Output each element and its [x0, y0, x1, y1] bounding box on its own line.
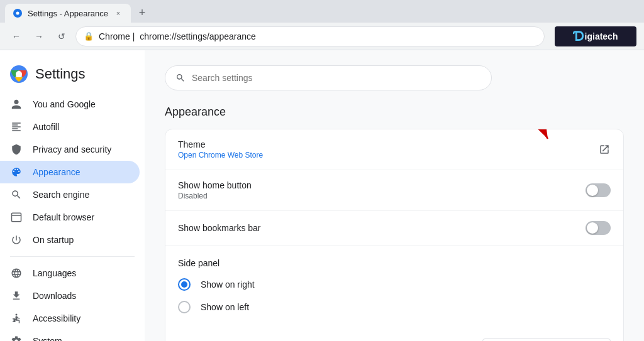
sidebar-item-privacy[interactable]: Privacy and security	[0, 138, 140, 161]
sidebar-item-you-google[interactable]: You and Google	[0, 93, 140, 116]
sidebar-item-languages[interactable]: Languages	[0, 262, 140, 284]
red-arrow-annotation	[485, 129, 560, 151]
svg-point-6	[16, 314, 18, 316]
tab-title: Settings - Appearance	[28, 9, 108, 18]
main-content: Appearance Theme Open Chrome Web Store	[145, 50, 644, 341]
accessibility-icon	[10, 312, 23, 325]
show-on-left-option[interactable]: Show on left	[178, 296, 611, 318]
home-button-left: Show home button Disabled	[178, 180, 252, 200]
settings-title: Settings	[35, 66, 86, 82]
browser-icon	[10, 211, 23, 224]
search-bar[interactable]	[165, 65, 492, 90]
show-on-right-label: Show on right	[201, 279, 255, 290]
sidebar-label-accessibility: Accessibility	[33, 313, 80, 323]
sidebar-divider	[10, 256, 135, 257]
show-on-left-label: Show on left	[201, 302, 249, 312]
address-prefix: Chrome |	[99, 31, 135, 41]
autofill-icon	[10, 121, 23, 133]
theme-subtitle[interactable]: Open Chrome Web Store	[178, 151, 263, 160]
chrome-icon	[10, 65, 28, 83]
sidebar-label-languages: Languages	[33, 268, 76, 278]
sidebar-label-privacy: Privacy and security	[33, 144, 111, 154]
person-icon	[10, 98, 23, 111]
sidebar-item-default-browser[interactable]: Default browser	[0, 206, 140, 229]
search-input[interactable]	[192, 73, 481, 83]
sidebar-item-autofill[interactable]: Autofill	[0, 116, 140, 138]
sidebar-label-autofill: Autofill	[33, 122, 59, 132]
appearance-section-title: Appearance	[165, 106, 624, 119]
theme-row-left: Theme Open Chrome Web Store	[178, 139, 263, 160]
bookmarks-bar-row: Show bookmarks bar	[165, 211, 623, 246]
tab-bar: Settings - Appearance × +	[0, 0, 644, 23]
page-content: Settings You and Google Autofill Privacy…	[0, 50, 644, 341]
forward-button[interactable]: →	[30, 28, 48, 45]
digiatech-logo: Ɗ igiatech	[555, 26, 636, 46]
theme-row: Theme Open Chrome Web Store	[165, 129, 623, 170]
back-button[interactable]: ←	[8, 28, 25, 45]
sidebar-label-appearance: Appearance	[33, 167, 80, 177]
font-size-row: Font size Medium (Recommended) ▼	[165, 328, 623, 341]
sidebar-label-system: System	[33, 336, 62, 341]
paint-icon	[10, 166, 23, 178]
home-button-toggle[interactable]	[586, 183, 611, 197]
lock-icon: 🔒	[84, 31, 94, 41]
refresh-button[interactable]: ↺	[53, 28, 70, 45]
shield-icon	[10, 143, 23, 156]
sidebar-label-default-browser: Default browser	[33, 212, 94, 222]
font-size-dropdown[interactable]: Medium (Recommended) ▼	[482, 338, 611, 341]
sidebar-item-system[interactable]: System	[0, 330, 140, 341]
svg-rect-4	[12, 213, 21, 222]
address-bar[interactable]: 🔒 Chrome | chrome://settings/appearance	[75, 26, 545, 46]
bookmarks-bar-left: Show bookmarks bar	[178, 223, 261, 233]
search-icon	[10, 188, 23, 201]
show-on-right-option[interactable]: Show on right	[178, 273, 611, 296]
bookmarks-bar-toggle[interactable]	[586, 221, 611, 235]
nav-bar: ← → ↺ 🔒 Chrome | chrome://settings/appea…	[0, 23, 644, 50]
sidebar-label-startup: On startup	[33, 235, 74, 245]
theme-external-link-icon[interactable]	[598, 143, 611, 156]
sidebar-label-you-google: You and Google	[33, 99, 96, 109]
browser-frame: Settings - Appearance × + ← → ↺ 🔒 Chrome…	[0, 0, 644, 341]
sidebar-label-search: Search engine	[33, 190, 89, 200]
logo-d-icon: Ɗ	[574, 29, 584, 44]
sidebar-item-appearance[interactable]: Appearance	[0, 161, 140, 183]
side-panel-group: Side panel Show on right Show on left	[165, 246, 623, 328]
sidebar-item-accessibility[interactable]: Accessibility	[0, 307, 140, 330]
sidebar-item-downloads[interactable]: Downloads	[0, 284, 140, 307]
logo-brand-text: igiatech	[585, 31, 618, 41]
power-icon	[10, 234, 23, 246]
globe-icon	[10, 267, 23, 279]
show-on-left-radio[interactable]	[178, 301, 191, 313]
home-button-subtitle: Disabled	[178, 192, 252, 200]
new-tab-button[interactable]: +	[133, 4, 151, 21]
settings-card: Theme Open Chrome Web Store	[165, 129, 624, 341]
sidebar-item-search-engine[interactable]: Search engine	[0, 183, 140, 206]
address-url: chrome://settings/appearance	[140, 31, 255, 41]
show-on-right-radio[interactable]	[178, 278, 191, 291]
sidebar-item-on-startup[interactable]: On startup	[0, 229, 140, 251]
settings-favicon-icon	[13, 8, 23, 18]
search-bar-container	[165, 65, 624, 90]
svg-point-3	[16, 71, 22, 77]
active-tab[interactable]: Settings - Appearance ×	[5, 4, 131, 23]
side-panel-title: Side panel	[178, 251, 611, 273]
download-icon	[10, 290, 23, 302]
home-button-row: Show home button Disabled	[165, 170, 623, 211]
system-icon	[10, 335, 23, 341]
search-bar-icon	[175, 73, 186, 83]
sidebar-label-downloads: Downloads	[33, 291, 76, 301]
sidebar: Settings You and Google Autofill Privacy…	[0, 50, 145, 341]
settings-header: Settings	[0, 60, 145, 93]
theme-title: Theme	[178, 139, 263, 149]
bookmarks-bar-title: Show bookmarks bar	[178, 223, 261, 233]
home-button-title: Show home button	[178, 180, 252, 190]
tab-close-button[interactable]: ×	[113, 8, 123, 18]
